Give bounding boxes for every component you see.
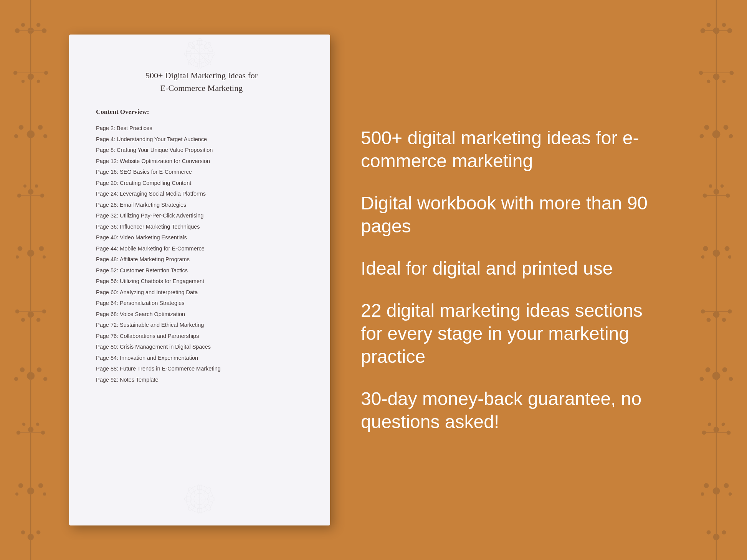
content-overview-label: Content Overview:	[96, 108, 311, 116]
toc-item: Page 2:Best Practices	[92, 123, 311, 134]
feature-text-2: Digital workbook with more than 90 pages	[361, 192, 663, 238]
toc-item: Page 80:Crisis Management in Digital Spa…	[92, 341, 311, 352]
toc-item: Page 60:Analyzing and Interpreting Data	[92, 287, 311, 298]
toc-item: Page 88:Future Trends in E-Commerce Mark…	[92, 363, 311, 374]
toc-title: Future Trends in E-Commerce Marketing	[120, 366, 221, 372]
toc-item: Page 8:Crafting Your Unique Value Propos…	[92, 145, 311, 156]
toc-page-number: Page 48:	[96, 256, 118, 262]
toc-page-number: Page 88:	[96, 366, 118, 372]
toc-title: Voice Search Optimization	[120, 311, 185, 317]
toc-title: Best Practices	[117, 125, 152, 131]
toc-page-number: Page 28:	[96, 202, 118, 208]
toc-title: Understanding Your Target Audience	[117, 136, 207, 142]
toc-title: SEO Basics for E-Commerce	[120, 169, 192, 175]
toc-title: Email Marketing Strategies	[120, 202, 186, 208]
toc-page-number: Page 32:	[96, 212, 118, 219]
toc-title: Influencer Marketing Techniques	[120, 224, 200, 230]
toc-item: Page 48:Affiliate Marketing Programs	[92, 254, 311, 265]
features-panel: 500+ digital marketing ideas for e-comme…	[361, 127, 678, 433]
toc-page-number: Page 92:	[96, 377, 118, 383]
toc-page-number: Page 2:	[96, 125, 115, 131]
toc-page-number: Page 24:	[96, 191, 118, 197]
toc-list: Page 2:Best PracticesPage 4:Understandin…	[92, 123, 311, 385]
toc-title: Creating Compelling Content	[120, 180, 191, 186]
toc-page-number: Page 80:	[96, 344, 118, 350]
toc-page-number: Page 52:	[96, 267, 118, 273]
toc-page-number: Page 20:	[96, 180, 118, 186]
toc-item: Page 12:Website Optimization for Convers…	[92, 156, 311, 167]
toc-item: Page 52:Customer Retention Tactics	[92, 265, 311, 276]
toc-item: Page 36:Influencer Marketing Techniques	[92, 221, 311, 232]
toc-page-number: Page 4:	[96, 136, 115, 142]
toc-title: Affiliate Marketing Programs	[120, 256, 190, 262]
toc-page-number: Page 84:	[96, 355, 118, 361]
toc-item: Page 28:Email Marketing Strategies	[92, 199, 311, 211]
toc-title: Video Marketing Essentials	[120, 234, 187, 240]
toc-page-number: Page 56:	[96, 278, 118, 284]
toc-page-number: Page 64:	[96, 300, 118, 306]
toc-title: Collaborations and Partnerships	[120, 333, 199, 339]
toc-item: Page 92:Notes Template	[92, 374, 311, 385]
toc-item: Page 68:Voice Search Optimization	[92, 309, 311, 320]
toc-page-number: Page 8:	[96, 147, 115, 153]
toc-item: Page 56:Utilizing Chatbots for Engagemen…	[92, 276, 311, 287]
doc-deco-bottom	[142, 484, 257, 522]
toc-item: Page 76:Collaborations and Partnerships	[92, 331, 311, 342]
toc-title: Utilizing Chatbots for Engagement	[120, 278, 204, 284]
toc-item: Page 16:SEO Basics for E-Commerce	[92, 166, 311, 178]
toc-page-number: Page 60:	[96, 289, 118, 295]
toc-item: Page 84:Innovation and Experimentation	[92, 352, 311, 364]
toc-page-number: Page 68:	[96, 311, 118, 317]
toc-title: Personalization Strategies	[120, 300, 184, 306]
feature-text-3: Ideal for digital and printed use	[361, 257, 663, 280]
toc-title: Utilizing Pay-Per-Click Advertising	[120, 212, 203, 219]
toc-page-number: Page 16:	[96, 169, 118, 175]
toc-title: Innovation and Experimentation	[120, 355, 198, 361]
toc-item: Page 4:Understanding Your Target Audienc…	[92, 134, 311, 145]
toc-item: Page 32:Utilizing Pay-Per-Click Advertis…	[92, 210, 311, 221]
toc-title: Notes Template	[120, 377, 158, 383]
doc-deco-top	[142, 38, 257, 76]
toc-item: Page 20:Creating Compelling Content	[92, 178, 311, 189]
toc-page-number: Page 44:	[96, 245, 118, 252]
toc-title: Sustainable and Ethical Marketing	[120, 322, 204, 328]
document-panel: 500+ Digital Marketing Ideas for E-Comme…	[69, 35, 330, 525]
feature-text-1: 500+ digital marketing ideas for e-comme…	[361, 127, 663, 173]
toc-page-number: Page 12:	[96, 158, 118, 164]
toc-page-number: Page 36:	[96, 224, 118, 230]
toc-title: Website Optimization for Conversion	[120, 158, 210, 164]
toc-item: Page 40:Video Marketing Essentials	[92, 232, 311, 243]
toc-item: Page 72:Sustainable and Ethical Marketin…	[92, 320, 311, 331]
toc-item: Page 64:Personalization Strategies	[92, 298, 311, 309]
feature-text-4: 22 digital marketing ideas sections for …	[361, 299, 663, 368]
toc-title: Customer Retention Tactics	[120, 267, 188, 273]
toc-page-number: Page 72:	[96, 322, 118, 328]
toc-title: Mobile Marketing for E-Commerce	[120, 245, 205, 252]
toc-title: Crisis Management in Digital Spaces	[120, 344, 211, 350]
toc-page-number: Page 76:	[96, 333, 118, 339]
toc-title: Leveraging Social Media Platforms	[120, 191, 206, 197]
toc-title: Crafting Your Unique Value Proposition	[117, 147, 213, 153]
main-container: 500+ Digital Marketing Ideas for E-Comme…	[0, 0, 747, 560]
toc-item: Page 44:Mobile Marketing for E-Commerce	[92, 243, 311, 254]
feature-text-5: 30-day money-back guarantee, no question…	[361, 387, 663, 433]
toc-title: Analyzing and Interpreting Data	[120, 289, 198, 295]
toc-page-number: Page 40:	[96, 234, 118, 240]
toc-item: Page 24:Leveraging Social Media Platform…	[92, 188, 311, 199]
